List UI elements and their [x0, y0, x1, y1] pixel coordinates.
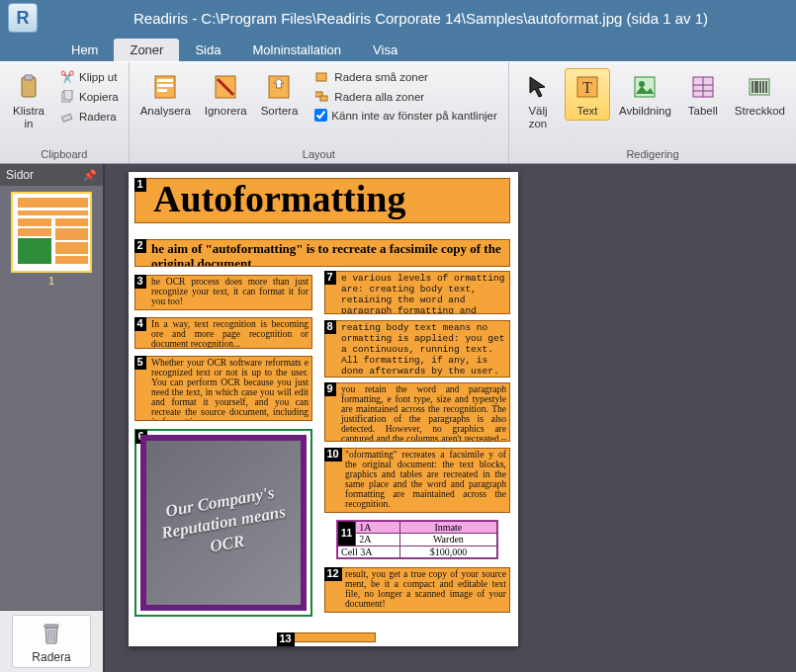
- zone-9[interactable]: 9 you retain the word and paragraph form…: [324, 382, 510, 442]
- ribbon-tabs: Hem Zoner Sida Molninstallation Visa: [0, 36, 796, 61]
- tab-visa[interactable]: Visa: [357, 39, 413, 61]
- delete-small-zones-label: Radera små zoner: [334, 71, 428, 83]
- text-zone-button[interactable]: T Text: [565, 68, 610, 121]
- zone-11-table: 11 1A Inmate 2A Warden Cell 3A $100,000: [337, 521, 497, 558]
- zone-12-text: result, you get a true copy of your sour…: [325, 568, 509, 612]
- svg-rect-14: [320, 96, 327, 101]
- zone-3-text: he OCR process does more than just recog…: [135, 276, 311, 309]
- title-bar: R Readiris - C:\Program Files\Readiris C…: [0, 0, 796, 36]
- zone-6[interactable]: 6 Our Company's Reputation means OCR: [134, 429, 312, 617]
- svg-rect-7: [157, 84, 173, 87]
- pages-delete-button[interactable]: Radera: [12, 615, 91, 668]
- document-canvas[interactable]: 1 Autoformatting 2 he aim of "autoformat…: [105, 164, 796, 672]
- sort-label: Sortera: [261, 105, 299, 118]
- ribbon: Klistra in ✂️ Klipp ut Kopiera: [0, 61, 796, 164]
- ribbon-group-editing: Välj zon T Text Avbildning: [509, 62, 796, 163]
- tbl-r2c2: Warden: [399, 534, 496, 546]
- trash-icon: [36, 618, 67, 649]
- pages-panel: Sidor 📌: [0, 164, 105, 672]
- zone-5[interactable]: 5 Whether your OCR software reformats e …: [134, 356, 312, 421]
- tbl-r2c1: 2A: [356, 534, 400, 546]
- ribbon-group-clipboard: Klistra in ✂️ Klipp ut Kopiera: [0, 62, 130, 163]
- delete-all-zones-label: Radera alla zoner: [334, 91, 424, 103]
- select-zone-button[interactable]: Välj zon: [515, 68, 561, 133]
- tbl-r1c1: 1A: [356, 522, 400, 534]
- tab-hem[interactable]: Hem: [55, 39, 114, 61]
- image-zone-button[interactable]: Avbildning: [614, 68, 676, 121]
- zone-10[interactable]: 10 "oformatting" recreates a facsimile y…: [324, 448, 510, 513]
- image-zone-icon: [629, 71, 661, 103]
- analyse-label: Analysera: [140, 105, 191, 118]
- ribbon-group-layout: Analysera Ignorera Sortera: [130, 62, 509, 163]
- svg-rect-12: [316, 73, 326, 81]
- main-area: Sidor 📌: [0, 164, 796, 672]
- tab-sida[interactable]: Sida: [179, 39, 236, 61]
- svg-rect-1: [25, 75, 33, 80]
- zone-13[interactable]: 13: [277, 632, 376, 642]
- zone-8[interactable]: 8 reating body text means no ormatting i…: [324, 320, 510, 378]
- zone-7[interactable]: 7 e various levels of ormatting are: cre…: [324, 271, 510, 314]
- zone-number: 13: [277, 632, 295, 646]
- zone-4-text: In a way, text recognition is becoming o…: [135, 318, 311, 348]
- delete-small-zones-button[interactable]: Radera små zoner: [310, 68, 501, 86]
- pin-icon[interactable]: 📌: [83, 169, 97, 182]
- image-zone-label: Avbildning: [619, 105, 671, 118]
- table-zone-icon: [687, 71, 719, 103]
- ribbon-group-label-editing: Redigering: [515, 146, 790, 163]
- table-zone-button[interactable]: Tabell: [680, 68, 726, 121]
- scissors-icon: ✂️: [59, 69, 75, 85]
- zone-12[interactable]: 12 result, you get a true copy of your s…: [324, 567, 510, 613]
- ignore-window-borders-label: Känn inte av fönster på kantlinjer: [331, 110, 497, 122]
- zone-6-image: Our Company's Reputation means OCR: [140, 435, 307, 611]
- svg-text:T: T: [582, 79, 592, 96]
- select-zone-label: Välj zon: [528, 105, 547, 130]
- analyse-icon: [149, 71, 181, 103]
- barcode-icon: [744, 71, 775, 103]
- delete-all-zones-button[interactable]: Radera alla zoner: [310, 88, 501, 106]
- ignore-window-borders-input[interactable]: [314, 109, 327, 122]
- cut-label: Klipp ut: [79, 71, 117, 83]
- zone-1[interactable]: 1 Autoformatting: [134, 178, 510, 223]
- zone-2[interactable]: 2 he aim of "autoformatting" is to recre…: [134, 239, 510, 267]
- delete-button[interactable]: Radera: [55, 108, 123, 126]
- cursor-icon: [522, 71, 554, 103]
- document-page[interactable]: 1 Autoformatting 2 he aim of "autoformat…: [129, 172, 518, 646]
- thumbnail-image: [15, 196, 88, 269]
- zone-10-text: "oformatting" recreates a facsimile y of…: [325, 449, 509, 512]
- zone-3[interactable]: 3 he OCR process does more than just rec…: [134, 275, 312, 310]
- ribbon-group-label-clipboard: Clipboard: [6, 146, 123, 163]
- cut-button[interactable]: ✂️ Klipp ut: [55, 68, 123, 86]
- tbl-r3c1: Cell 3A: [338, 546, 400, 557]
- svg-rect-30: [44, 625, 58, 628]
- text-zone-label: Text: [576, 105, 597, 118]
- barcode-zone-label: Streckkod: [735, 105, 785, 118]
- delete-label: Radera: [79, 111, 117, 123]
- eraser-icon: [59, 109, 75, 125]
- svg-rect-4: [62, 114, 72, 122]
- table-zone-label: Tabell: [688, 105, 718, 118]
- text-zone-icon: T: [572, 71, 603, 103]
- svg-rect-3: [64, 90, 72, 100]
- zone-9-text: you retain the word and paragraph format…: [325, 383, 509, 441]
- tab-molninstallation[interactable]: Molninstallation: [236, 39, 357, 61]
- ignore-button[interactable]: Ignorera: [200, 68, 252, 121]
- window-title: Readiris - C:\Program Files\Readiris Cor…: [45, 10, 796, 27]
- pages-delete-label: Radera: [32, 651, 70, 665]
- zone-4[interactable]: 4 In a way, text recognition is becoming…: [134, 317, 312, 349]
- tab-zoner[interactable]: Zoner: [114, 39, 179, 61]
- zone-2-text: he aim of "autoformatting" is to recreat…: [135, 240, 509, 266]
- zone-8-text: reating body text means no ormatting is …: [325, 321, 509, 377]
- paste-button[interactable]: Klistra in: [6, 68, 51, 133]
- svg-rect-8: [157, 89, 167, 92]
- sort-button[interactable]: Sortera: [256, 68, 304, 121]
- analyse-button[interactable]: Analysera: [135, 68, 196, 121]
- page-thumbnail-1[interactable]: 1: [6, 192, 97, 287]
- copy-button[interactable]: Kopiera: [55, 88, 123, 106]
- clipboard-icon: [13, 71, 44, 103]
- copy-icon: [59, 89, 75, 105]
- barcode-zone-button[interactable]: Streckkod: [730, 68, 790, 121]
- zone-7-text: e various levels of ormatting are: creat…: [325, 272, 509, 313]
- zone-5-text: Whether your OCR software reformats e re…: [135, 357, 311, 420]
- ignore-window-borders-checkbox[interactable]: Känn inte av fönster på kantlinjer: [310, 108, 501, 123]
- zone-11[interactable]: 11 1A Inmate 2A Warden Cell 3A $100,000: [336, 520, 498, 559]
